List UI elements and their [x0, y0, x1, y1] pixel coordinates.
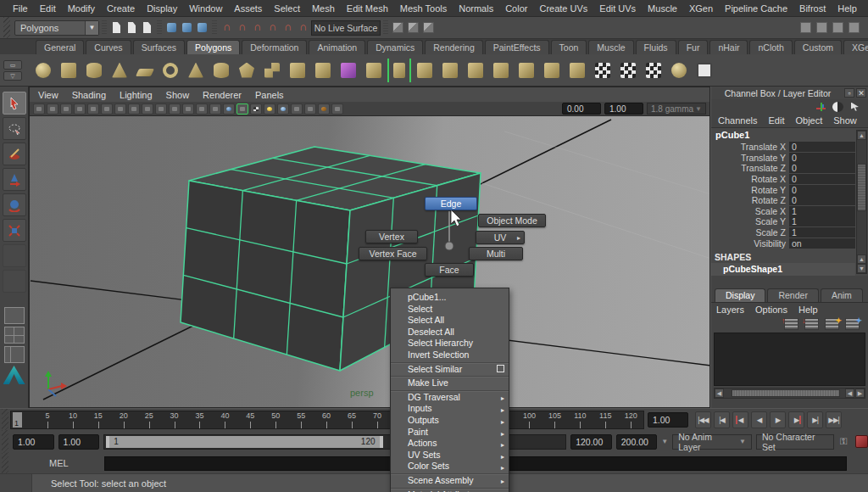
- uv-editor-icon[interactable]: [693, 59, 716, 82]
- context-menu-item[interactable]: Select All: [391, 315, 509, 327]
- menubar-item[interactable]: Window: [183, 2, 228, 15]
- marking-menu-face[interactable]: Face: [425, 263, 474, 277]
- context-menu-item[interactable]: Select Similar: [391, 362, 509, 376]
- marking-menu-edge[interactable]: Edge: [425, 197, 477, 210]
- safe-action-icon[interactable]: [182, 103, 194, 115]
- scale-tool-button[interactable]: [3, 219, 26, 242]
- snap-curve-icon[interactable]: [235, 20, 249, 36]
- tool-settings-icon[interactable]: [831, 20, 845, 36]
- context-menu-item[interactable]: Paint: [391, 427, 509, 439]
- chevron-down-icon[interactable]: ▼: [85, 21, 98, 35]
- poly-cylinder-icon[interactable]: [82, 59, 106, 82]
- attribute-name[interactable]: Rotate X: [711, 174, 789, 184]
- scrollbar-thumb[interactable]: [857, 164, 866, 211]
- panel-menu-item[interactable]: Show: [166, 90, 190, 100]
- select-camera-icon[interactable]: [33, 103, 45, 115]
- layer-list-scrollbar[interactable]: ◀ ◀ ▶: [714, 388, 865, 399]
- menubar-item[interactable]: Create UVs: [533, 2, 593, 15]
- shelf-tab[interactable]: Fluids: [636, 40, 676, 54]
- move-layer-up-icon[interactable]: [784, 318, 798, 330]
- reduce-icon[interactable]: [362, 59, 386, 82]
- scrollbar-thumb[interactable]: [732, 389, 840, 397]
- shelf-tab[interactable]: Dynamics: [367, 40, 423, 54]
- viewport-canvas[interactable]: persp: [30, 116, 709, 407]
- attribute-value-field[interactable]: 0: [789, 163, 855, 173]
- frame-tick[interactable]: 65: [339, 411, 364, 428]
- uv-cylindrical-icon[interactable]: [642, 59, 665, 82]
- snap-grid-icon[interactable]: [220, 20, 234, 36]
- snap-surface-icon[interactable]: [296, 20, 310, 36]
- shelf-tab[interactable]: Fur: [678, 40, 709, 54]
- exposure-field[interactable]: 0.00: [562, 103, 601, 115]
- current-time-field[interactable]: 1.00: [648, 412, 688, 428]
- render-view-icon[interactable]: [391, 20, 405, 36]
- animation-start-field[interactable]: 1.00: [13, 434, 54, 450]
- snap-point-icon[interactable]: [250, 20, 264, 36]
- frame-tick[interactable]: 105: [542, 411, 567, 428]
- character-set-dropdown[interactable]: No Character Set: [756, 434, 834, 450]
- context-menu-item[interactable]: Select Hierarchy: [391, 338, 509, 349]
- play-backwards-button[interactable]: ◀: [751, 411, 767, 428]
- menubar-item[interactable]: Mesh: [306, 2, 341, 15]
- image-plane-icon[interactable]: [74, 103, 86, 115]
- camera-attributes-icon[interactable]: [47, 103, 58, 115]
- move-layer-down-icon[interactable]: [804, 318, 819, 330]
- field-chart-icon[interactable]: [169, 103, 181, 115]
- insert-edge-loop-icon[interactable]: [489, 59, 513, 82]
- use-all-lights-icon[interactable]: [264, 103, 275, 115]
- menubar-item[interactable]: Help: [832, 2, 863, 15]
- paint-select-tool-button[interactable]: [3, 143, 26, 165]
- menubar-item[interactable]: Select: [268, 2, 306, 15]
- context-menu-item[interactable]: UV Sets: [391, 450, 509, 461]
- anim-layer-dropdown[interactable]: No Anim Layer▼: [672, 434, 752, 450]
- poly-plane-icon[interactable]: [133, 59, 157, 82]
- command-line-grip[interactable]: [2, 453, 8, 473]
- film-gate-icon[interactable]: [128, 103, 140, 115]
- layer-editor-menu-item[interactable]: Options: [755, 305, 787, 315]
- shelf-tab[interactable]: Rendering: [425, 40, 482, 54]
- menubar-item[interactable]: Color: [499, 2, 533, 15]
- playback-start-field[interactable]: 1.00: [58, 434, 100, 450]
- poly-pyramid-icon[interactable]: [184, 59, 208, 82]
- go-to-end-button[interactable]: ▶▶|: [826, 411, 842, 428]
- panel-menu-item[interactable]: Lighting: [120, 90, 153, 100]
- shelf-switcher[interactable]: ▭ ▽: [3, 60, 22, 81]
- step-forward-frame-button[interactable]: ▶|: [807, 411, 823, 428]
- context-menu-item[interactable]: Make Live: [391, 376, 509, 389]
- frame-tick[interactable]: 70: [364, 411, 390, 428]
- select-component-icon[interactable]: [195, 20, 209, 36]
- bookmark-icon[interactable]: [60, 103, 72, 115]
- frame-tick[interactable]: 15: [86, 411, 111, 428]
- shelf-tab[interactable]: Custom: [794, 40, 842, 54]
- mirror-cube-icon[interactable]: [337, 59, 360, 82]
- option-box-icon[interactable]: [497, 365, 504, 372]
- uv-planar-icon[interactable]: [591, 59, 615, 82]
- panel-menu-item[interactable]: View: [38, 90, 58, 100]
- combine-icon[interactable]: [260, 59, 284, 82]
- frame-tick[interactable]: 35: [187, 411, 213, 428]
- channel-box-menu-item[interactable]: Edit: [768, 115, 784, 126]
- marking-menu-vertex[interactable]: Vertex: [365, 230, 418, 243]
- new-scene-icon[interactable]: [109, 20, 124, 36]
- step-forward-key-button[interactable]: ▶: [788, 411, 804, 428]
- status-grip[interactable]: [3, 17, 10, 38]
- context-menu-item[interactable]: DG Traversal: [391, 390, 509, 404]
- shelf-tab[interactable]: XGen: [843, 40, 868, 54]
- frame-tick[interactable]: 20: [111, 411, 136, 428]
- select-object-icon[interactable]: [180, 20, 194, 36]
- poly-torus-icon[interactable]: [159, 59, 182, 82]
- menubar-item[interactable]: XGen: [683, 2, 719, 15]
- scene-view[interactable]: persp: [30, 116, 709, 407]
- channel-box-menu-item[interactable]: Show: [833, 115, 857, 126]
- close-panel-icon[interactable]: ✕: [856, 88, 866, 98]
- menubar-item[interactable]: Bifrost: [793, 2, 832, 15]
- wireframe-icon[interactable]: [209, 103, 221, 115]
- grease-pencil-icon[interactable]: [101, 103, 113, 115]
- uv-spherical-icon[interactable]: [667, 59, 691, 82]
- attribute-value-field[interactable]: 0: [789, 174, 855, 184]
- frame-tick[interactable]: 60: [314, 411, 339, 428]
- poly-triangulate-icon[interactable]: [438, 59, 462, 82]
- time-slider[interactable]: 1 51015202530354045505560657075808590951…: [10, 411, 644, 429]
- frame-tick[interactable]: 100: [517, 411, 542, 428]
- gate-mask-icon[interactable]: [155, 103, 167, 115]
